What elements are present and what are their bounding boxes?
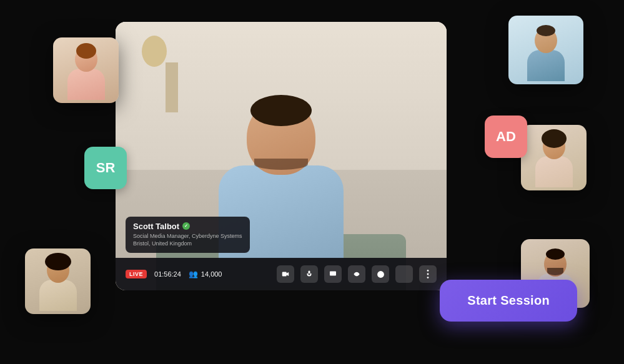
participant-5-figure — [36, 258, 80, 314]
participant-thumb-2 — [508, 16, 583, 84]
participant-2-figure — [524, 28, 568, 84]
host-head — [247, 100, 315, 175]
participant-5-body — [39, 280, 77, 311]
participant-2-video — [508, 16, 583, 84]
lamp-pole — [166, 62, 178, 112]
main-video: Scott Talbot ✓ Social Media Manager, Cyb… — [116, 22, 447, 290]
participant-5-video — [25, 248, 91, 314]
svg-point-2 — [377, 271, 384, 278]
svg-rect-0 — [330, 272, 336, 276]
toolbar-controls — [277, 265, 437, 283]
participant-thumb-3 — [521, 125, 587, 190]
host-location: Bristol, United Kingdom — [133, 240, 242, 248]
sr-avatar-badge: SR — [84, 147, 127, 189]
participant-2-body — [527, 50, 565, 81]
participant-1-head — [75, 47, 97, 72]
live-badge: LIVE — [126, 270, 147, 278]
participant-1-hair — [76, 43, 96, 59]
host-name-card: Scott Talbot ✓ Social Media Manager, Cyb… — [126, 217, 250, 253]
emoji-button[interactable] — [372, 265, 389, 283]
eye-button[interactable] — [348, 265, 365, 283]
viewers-group: 👥 14,000 — [189, 270, 222, 278]
video-toolbar: LIVE 01:56:24 👥 14,000 — [116, 258, 447, 290]
scene: Scott Talbot ✓ Social Media Manager, Cyb… — [0, 0, 624, 364]
participant-thumb-1 — [53, 37, 119, 103]
stats-button[interactable] — [395, 265, 413, 283]
participant-1-video — [53, 37, 119, 103]
svg-point-4 — [427, 273, 429, 275]
svg-point-5 — [427, 277, 429, 278]
svg-point-1 — [356, 273, 358, 275]
participant-3-video — [521, 125, 587, 190]
more-button[interactable] — [419, 265, 437, 283]
host-hair — [250, 95, 312, 126]
participant-3-head — [543, 134, 565, 159]
participant-1-figure — [64, 47, 108, 103]
participant-3-figure — [532, 134, 576, 190]
lamp-shade — [142, 36, 167, 67]
ad-avatar-badge: AD — [485, 116, 527, 158]
mic-button[interactable] — [300, 265, 318, 283]
participant-5-head — [47, 258, 69, 283]
start-session-button[interactable]: Start Session — [440, 280, 577, 322]
svg-point-3 — [427, 270, 429, 272]
participant-2-hair — [537, 25, 555, 36]
participant-3-body — [535, 156, 573, 187]
participant-5-hair — [45, 253, 71, 270]
participant-4-head — [544, 252, 567, 277]
participant-2-head — [535, 28, 557, 53]
participant-1-body — [67, 69, 105, 100]
participant-thumb-5 — [25, 248, 91, 314]
participant-3-hair — [542, 129, 567, 148]
host-title: Social Media Manager, Cyberdyne Systems — [133, 232, 242, 240]
camera-button[interactable] — [277, 265, 294, 283]
host-name: Scott Talbot ✓ — [133, 222, 242, 231]
timer: 01:56:24 — [154, 270, 181, 278]
participant-4-beard — [547, 268, 563, 275]
viewers-count: 14,000 — [201, 270, 222, 278]
viewers-icon: 👥 — [189, 270, 198, 278]
screen-button[interactable] — [324, 265, 342, 283]
host-stubble — [254, 159, 308, 170]
verified-icon: ✓ — [182, 222, 190, 230]
participant-4-hair — [546, 248, 565, 260]
